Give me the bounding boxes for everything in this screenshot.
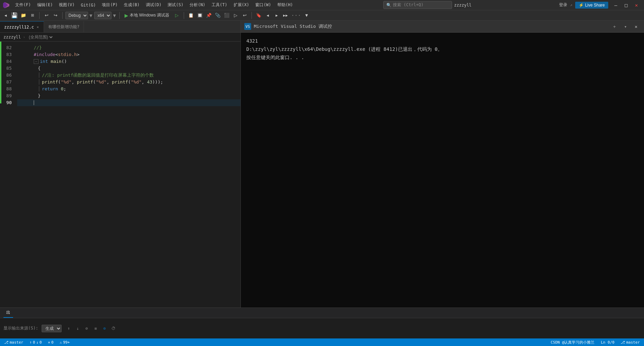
toolbar-btn-1[interactable]: 📋	[187, 11, 195, 20]
status-csdn[interactable]: CSDN @认真学习的小雅兰	[549, 340, 596, 345]
menu-file[interactable]: 文件(F)	[12, 1, 34, 9]
menu-project[interactable]: 项目(P)	[99, 1, 120, 9]
code-content[interactable]: //} #include<stdio.h> — int main	[17, 42, 240, 308]
output-icon-down[interactable]: ↓	[74, 325, 82, 332]
status-git-branch[interactable]: ⎇ master	[3, 340, 25, 345]
menu-extensions[interactable]: 扩展(X)	[231, 1, 252, 9]
bookmark-btn[interactable]: 🔖	[255, 11, 263, 20]
console-tabs: + ▾	[610, 22, 630, 31]
separator-1	[39, 12, 40, 19]
status-sync[interactable]: ↑ 0 ↓ 0	[28, 340, 43, 345]
bookmark-next[interactable]: ▸	[272, 11, 281, 20]
menu-window[interactable]: 窗口(W)	[253, 1, 274, 9]
search-box[interactable]: 🔍 搜索 (Ctrl+Q)	[383, 1, 452, 9]
num-0: 0	[61, 86, 64, 92]
toolbar-redo[interactable]: ↪	[51, 11, 60, 20]
toolbar-btn-2[interactable]: 🔲	[196, 11, 204, 20]
console-title-controls: + ▾ ✕	[610, 22, 641, 31]
line-num-89: 89	[5, 92, 14, 99]
close-button[interactable]: ✕	[632, 0, 641, 10]
debug-config-group: Debug ▼	[65, 12, 93, 19]
console-line-1: 4321	[246, 37, 638, 45]
live-share-label: Live Share	[585, 3, 605, 8]
console-tab-add[interactable]: +	[610, 23, 619, 31]
line-num-87: 87	[5, 79, 14, 86]
console-line-2: D:\zzyl\zyl\zzzzyll\x64\Debug\zzzzyll.ex…	[246, 45, 638, 53]
menu-edit[interactable]: 编辑(E)	[34, 1, 56, 9]
menu-view[interactable]: 视图(V)	[56, 1, 77, 9]
output-icon-up[interactable]: ↑	[65, 325, 73, 332]
output-source-select[interactable]: 生成	[42, 325, 62, 332]
code-line-89: }	[17, 92, 240, 99]
arch-select[interactable]: x64	[94, 12, 111, 19]
vs-logo	[3, 2, 10, 9]
debug-config-select[interactable]: Debug	[65, 12, 88, 19]
run-debugger-button[interactable]: ▶ 本地 Windows 调试器	[122, 12, 171, 19]
code-line-84: — int main ()	[17, 58, 240, 65]
minimize-button[interactable]: —	[611, 0, 621, 10]
toolbar-btn-7[interactable]: ↩	[240, 11, 249, 20]
tab-main-file[interactable]: zzzzzyll12.c ✕	[0, 21, 44, 32]
breadcrumb-scope-select[interactable]: (全局范围)	[28, 34, 54, 40]
status-warnings[interactable]: ⚠ 99+	[58, 340, 72, 345]
output-source-label: 显示输出来源(S):	[3, 325, 38, 331]
output-icon-filter[interactable]: ⊙	[101, 325, 108, 332]
toolbar-btn-5[interactable]: ⬛	[223, 11, 231, 20]
output-icon-wrap[interactable]: ≡	[92, 325, 99, 332]
menu-build[interactable]: 生成(B)	[121, 1, 142, 9]
toolbar-new[interactable]: ⊞	[28, 11, 36, 20]
tab-main-close[interactable]: ✕	[36, 25, 40, 29]
tab-main-file-label: zzzzzyll12.c	[4, 25, 34, 30]
output-icon-time[interactable]: ⏱	[110, 325, 117, 332]
toolbar-btn-3[interactable]: 📌	[205, 11, 213, 20]
maximize-button[interactable]: □	[621, 0, 631, 10]
toolbar-btn-6[interactable]: ▷	[232, 11, 240, 20]
menu-git[interactable]: Git(G)	[78, 2, 98, 8]
status-branch-right[interactable]: ⎇ master	[619, 340, 641, 345]
toolbar-group-1: ◂ 💾 📁 ⊞	[1, 11, 36, 20]
play-icon: ▶	[125, 13, 128, 18]
menu-test[interactable]: 测试(S)	[165, 1, 186, 9]
menu-analyze[interactable]: 分析(N)	[187, 1, 208, 9]
breadcrumb-sep: ›	[23, 35, 25, 40]
console-icon: VS	[244, 23, 251, 30]
warning-count: 99+	[63, 340, 70, 345]
login-button[interactable]: 登录	[559, 2, 567, 8]
live-share-button[interactable]: ⚡ Live Share	[575, 2, 608, 9]
toolbar-save-all[interactable]: 💾	[10, 11, 19, 20]
separator-4	[184, 12, 184, 19]
code-area: 82 83 84 85 86 87 88 89 90	[0, 42, 240, 308]
tab-whats-new[interactable]: 有哪些新增功能?	[44, 21, 84, 32]
toolbar-back[interactable]: ◂	[1, 11, 10, 20]
window-controls: — □ ✕	[611, 0, 641, 10]
toolbar-continue[interactable]: ▷	[173, 11, 181, 20]
bookmark-more[interactable]: ▼	[302, 11, 311, 20]
line-num-85: 85	[5, 65, 14, 72]
fn-main: main	[51, 58, 61, 65]
editor-console-row: zzzzzyll12.c ✕ 有哪些新增功能? zzzzyll › (全局范围)	[0, 21, 644, 308]
status-bar: ⎇ master ↑ 0 ↓ 0 ✕ 0 ⚠ 99+ CSDN @认真学习的小雅…	[0, 338, 644, 346]
console-close-btn[interactable]: ✕	[632, 22, 641, 31]
bookmark-next2[interactable]: ▸▸	[281, 11, 290, 20]
search-placeholder: 搜索 (Ctrl+Q)	[393, 2, 423, 8]
output-icon-clear[interactable]: ⊘	[83, 325, 90, 332]
position-label: Ln 0/0	[601, 340, 615, 345]
bottom-content: 显示输出来源(S): 生成 ↑ ↓ ⊘ ≡ ⊙ ⏱	[0, 318, 644, 338]
toolbar-open[interactable]: 📁	[19, 11, 28, 20]
menu-tools[interactable]: 工具(T)	[209, 1, 230, 9]
code-comment-86: //注: printf函数的返回值是打印在屏幕上字符的个数	[42, 72, 154, 79]
collapse-84[interactable]: —	[34, 59, 39, 64]
menu-help[interactable]: 帮助(H)	[275, 1, 296, 9]
status-errors[interactable]: ✕ 0	[46, 340, 55, 345]
toolbar-undo[interactable]: ↩	[42, 11, 51, 20]
code-line-90[interactable]	[17, 99, 240, 106]
output-tab[interactable]: 出	[3, 308, 13, 318]
bookmark-prev[interactable]: ◂	[264, 11, 272, 20]
status-position[interactable]: Ln 0/0	[600, 340, 616, 345]
console-output: 4321 D:\zzyl\zyl\zzzzyll\x64\Debug\zzzzy…	[241, 33, 644, 308]
console-tab-dropdown[interactable]: ▾	[621, 23, 630, 31]
toolbar-btn-4[interactable]: 📎	[214, 11, 222, 20]
separator-2	[62, 12, 63, 19]
menu-debug[interactable]: 调试(D)	[143, 1, 164, 9]
cursor	[34, 100, 34, 105]
